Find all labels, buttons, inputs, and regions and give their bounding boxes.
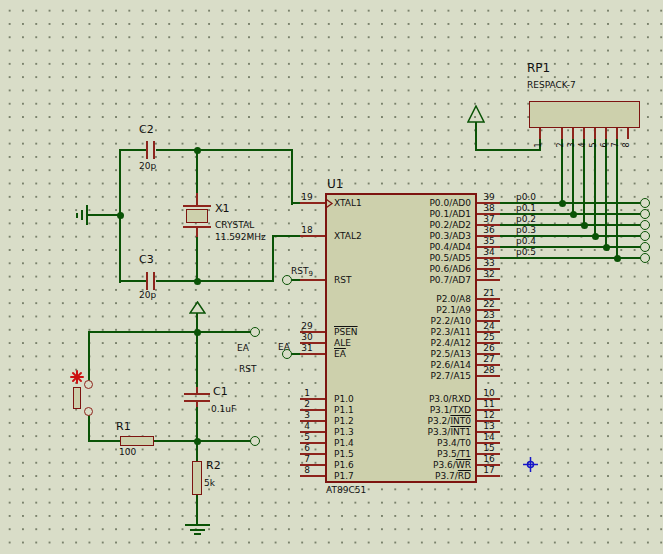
junction (603, 244, 610, 251)
junction (570, 211, 577, 218)
rp1-stub-5[interactable] (594, 128, 596, 139)
terminal-p0.3[interactable] (640, 231, 650, 241)
c1-plate-top[interactable] (184, 393, 210, 395)
terminal-p0.1[interactable] (640, 209, 650, 219)
c2-value: 20p (139, 161, 156, 171)
pin-number: 18 (296, 225, 318, 235)
pin-name: P3.2/INT0 (353, 416, 471, 426)
c3-plate-right[interactable] (153, 272, 155, 290)
wire-c2-left[interactable] (119, 149, 148, 151)
origin-marker-icon (70, 370, 84, 384)
wire-c3-right[interactable] (156, 280, 198, 282)
pin-number: 7 (296, 454, 318, 464)
wire-c2-to-xtal1[interactable] (156, 149, 293, 151)
pushbutton-contact-top[interactable] (84, 380, 93, 389)
pin-number: 11 (480, 399, 498, 409)
r1-value: 100 (119, 447, 136, 457)
wire-crystal-bottom[interactable] (196, 237, 198, 283)
pin-name: P1.0 (334, 394, 354, 404)
pin-number: 32 (480, 269, 498, 279)
ground-bottom-bar3[interactable] (194, 533, 201, 535)
cursor-crosshair-icon (522, 456, 539, 473)
pin-number: 3 (296, 410, 318, 420)
wire-rst-node[interactable] (196, 440, 251, 442)
u1-ref: U1 (327, 178, 343, 191)
crystal-body[interactable] (186, 209, 208, 223)
wire-xtal2-rise[interactable] (272, 235, 274, 282)
pin-number: 27 (480, 354, 498, 364)
pin-name: P1.6 (334, 460, 354, 470)
pushbutton-contact-bottom[interactable] (84, 407, 93, 416)
rp1-pin-number: 8 (621, 139, 633, 151)
wire-crystal-top[interactable] (196, 149, 198, 193)
wire-r1-left[interactable] (88, 440, 121, 442)
wire-rp1-pin6[interactable] (605, 139, 607, 249)
wire-rp1-pin1[interactable] (475, 149, 541, 151)
rp1-stub-2[interactable] (561, 128, 563, 139)
rp1-stub-3[interactable] (572, 128, 574, 139)
c1-plate-bottom[interactable] (184, 400, 210, 402)
ground-left-bar3[interactable] (76, 213, 78, 218)
resistor-r2-body[interactable] (192, 461, 202, 495)
terminal-p0.5[interactable] (640, 253, 650, 263)
wire-c1-top[interactable] (196, 331, 198, 389)
ground-left-bar2[interactable] (81, 210, 83, 220)
pin-stub-19[interactable] (300, 202, 325, 204)
pin-stub-17[interactable] (477, 475, 500, 477)
wire-rp1-vcc-stem[interactable] (475, 122, 477, 151)
power-arrow-rp1-icon[interactable] (467, 105, 485, 123)
pin-name: P3.1/TXD (353, 405, 471, 415)
x1-ref: X1 (215, 203, 230, 215)
r2-ref: R2 (206, 460, 221, 472)
rp1-stub-8[interactable] (627, 128, 629, 139)
pin-number: 6 (296, 443, 318, 453)
u1-part: AT89C51 (326, 485, 366, 495)
pin-stub-31[interactable] (300, 353, 325, 355)
rp1-stub-1[interactable] (539, 128, 541, 139)
pin-number: 17 (480, 465, 498, 475)
wire-rp1-pin7[interactable] (616, 139, 618, 260)
pin-stub-18[interactable] (300, 235, 325, 237)
wire-c3-left[interactable] (119, 280, 148, 282)
c2-plate-left[interactable] (146, 141, 148, 159)
wire-ea-rail[interactable] (88, 331, 252, 333)
ground-bottom-bar2[interactable] (190, 529, 205, 531)
rp1-stub-6[interactable] (605, 128, 607, 139)
ground-left-bar1[interactable] (86, 205, 88, 225)
pin-name: P1.2 (334, 416, 354, 426)
terminal-p0.2[interactable] (640, 220, 650, 230)
pin-stub-8[interactable] (300, 475, 325, 477)
pin-number: 13 (480, 421, 498, 431)
pushbutton-actuator[interactable] (73, 387, 81, 409)
terminal-p0.0[interactable] (640, 198, 650, 208)
rp1-stub-7[interactable] (616, 128, 618, 139)
crystal-plate-top[interactable] (183, 205, 211, 207)
respack-rp1-body[interactable] (529, 101, 640, 128)
ground-bottom-bar1[interactable] (185, 524, 210, 526)
crystal-plate-bottom[interactable] (183, 226, 211, 228)
pin-stub-32[interactable] (477, 279, 500, 281)
wire-xtal1-drop[interactable] (291, 149, 293, 205)
pin-number: 8 (296, 465, 318, 475)
terminal-ea-node[interactable] (250, 327, 260, 337)
rp1-stub-4[interactable] (583, 128, 585, 139)
power-arrow-icon[interactable] (189, 301, 206, 314)
wire-to-xtal2[interactable] (196, 280, 274, 282)
terminal-label-ea: EA (278, 342, 290, 352)
terminal-rst-node[interactable] (250, 436, 260, 446)
wire-button-top[interactable] (88, 331, 90, 382)
c2-plate-right[interactable] (153, 141, 155, 159)
wire-button-bottom[interactable] (88, 415, 90, 442)
pin-number: 25 (480, 332, 498, 342)
wire-xtal2-pin[interactable] (272, 235, 302, 237)
wire-r1-right[interactable] (153, 440, 198, 442)
junction (194, 147, 201, 154)
pin-stub-28[interactable] (477, 375, 500, 377)
resistor-r1-body[interactable] (120, 436, 154, 446)
wire-c1-bottom[interactable] (196, 407, 198, 442)
pin-number: 35 (480, 236, 498, 246)
c3-plate-left[interactable] (146, 272, 148, 290)
wire-r2-ground[interactable] (196, 494, 198, 526)
pin-stub-9[interactable] (300, 279, 325, 281)
terminal-p0.4[interactable] (640, 242, 650, 252)
